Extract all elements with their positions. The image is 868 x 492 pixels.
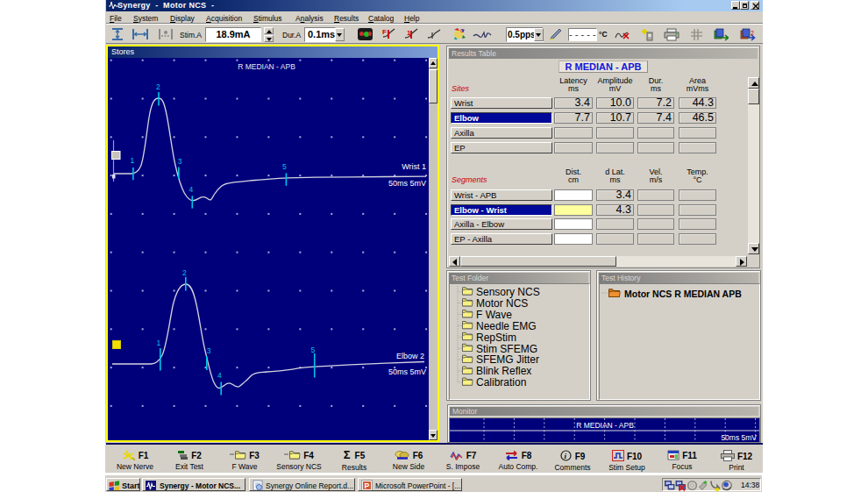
svg-text:1: 1 [131, 156, 135, 165]
svg-text:Blink Reflex: Blink Reflex [476, 365, 531, 377]
svg-text:Calibration: Calibration [476, 376, 526, 389]
svg-text:2: 2 [182, 268, 187, 277]
svg-text:3: 3 [178, 157, 182, 166]
svg-text:Motor NCS R MEDIAN APB: Motor NCS R MEDIAN APB [624, 289, 742, 299]
svg-text:4: 4 [189, 185, 194, 194]
svg-text:3: 3 [207, 346, 211, 355]
svg-text:Wrist 1: Wrist 1 [402, 162, 426, 171]
svg-text:5: 5 [282, 162, 287, 171]
svg-text:1: 1 [407, 29, 411, 37]
svg-text:R MEDIAN - APB: R MEDIAN - APB [576, 421, 634, 430]
svg-text:50ms 5mV: 50ms 5mV [721, 433, 757, 442]
svg-text:Elbow 2: Elbow 2 [396, 352, 424, 360]
svg-text:2: 2 [751, 30, 754, 36]
svg-text:F Wave: F Wave [476, 309, 512, 321]
svg-text:i: i [564, 452, 566, 460]
svg-text:Sensory NCS: Sensory NCS [476, 286, 540, 298]
svg-text:Needle EMG: Needle EMG [476, 320, 537, 332]
svg-text:5: 5 [311, 346, 316, 354]
svg-text:C: C [460, 28, 465, 33]
svg-text:P: P [365, 481, 370, 490]
svg-text:2: 2 [156, 82, 160, 91]
svg-text:50ms 5mV: 50ms 5mV [388, 179, 426, 188]
svg-text:Motor NCS: Motor NCS [476, 297, 528, 310]
svg-text:RepStim: RepStim [476, 332, 516, 344]
svg-text:F: F [382, 28, 387, 36]
svg-text:R MEDIAN - APB: R MEDIAN - APB [238, 62, 295, 71]
svg-text:1: 1 [157, 339, 161, 347]
svg-text:Stim SFEMG: Stim SFEMG [476, 343, 537, 355]
svg-text:SFEMG Jitter: SFEMG Jitter [476, 353, 539, 366]
svg-text:4: 4 [217, 371, 222, 380]
svg-text:50ms 5mV: 50ms 5mV [388, 367, 426, 376]
